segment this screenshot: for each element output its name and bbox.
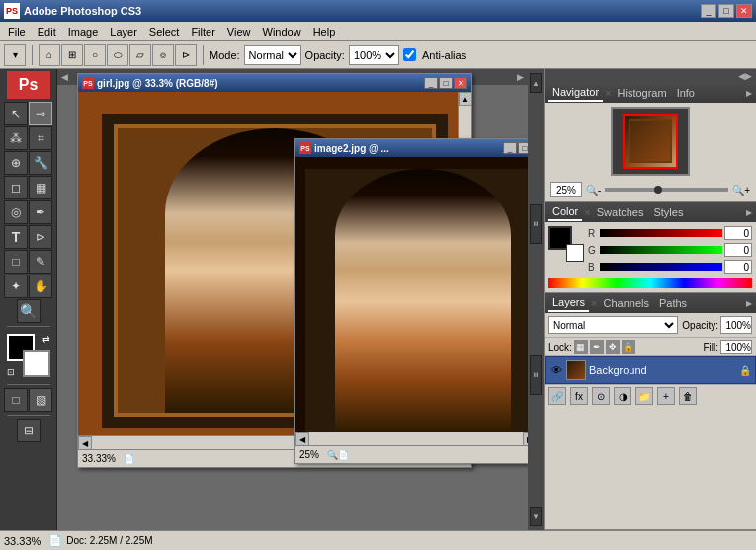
tab-layers[interactable]: Layers (548, 294, 589, 312)
shape-tool[interactable]: □ (4, 250, 28, 274)
nav-slider[interactable] (605, 188, 728, 192)
scroll-right-image2[interactable]: ▶ (523, 432, 528, 445)
layers-menu-arrow[interactable]: ▶ (746, 299, 752, 308)
scrollbar-h-image2[interactable]: ◀ ▶ (295, 432, 528, 445)
type-tool[interactable]: T (4, 225, 28, 249)
color-slider-b[interactable] (600, 263, 722, 271)
brush-polygon-btn[interactable]: ▱ (129, 44, 151, 66)
eyedropper-tool[interactable]: ✦ (4, 275, 28, 298)
lock-transparency-icon[interactable]: ▦ (574, 340, 588, 354)
default-colors-icon[interactable]: ⊡ (7, 367, 15, 377)
notes-tool[interactable]: ✎ (29, 250, 52, 274)
doc-minimize-girl[interactable]: _ (424, 77, 438, 89)
layers-opacity-input[interactable] (720, 316, 752, 334)
menu-image[interactable]: Image (62, 24, 105, 39)
mid-strip-btn-color[interactable]: ≡ (530, 355, 542, 395)
tab-navigator[interactable]: Navigator (548, 84, 603, 102)
dodge-tool[interactable]: ◎ (4, 200, 28, 224)
swap-colors-icon[interactable]: ⇄ (42, 334, 50, 344)
close-button[interactable]: ✕ (736, 4, 752, 18)
zoom-in-icon[interactable]: 🔍+ (732, 185, 750, 196)
mid-strip-arrow-top[interactable]: ▲ (530, 73, 542, 93)
brush-size-btn[interactable]: ⊞ (61, 44, 83, 66)
color-slider-r[interactable] (600, 229, 722, 237)
crop-tool[interactable]: ⌗ (29, 126, 52, 150)
maximize-button[interactable]: □ (718, 4, 734, 18)
brush-tool-btn[interactable]: ⌂ (39, 44, 60, 66)
lock-all-icon[interactable]: 🔒 (622, 340, 635, 354)
layer-adjustment-btn[interactable]: ◑ (614, 387, 631, 405)
color-g-input[interactable] (724, 243, 752, 257)
navigator-preview[interactable] (611, 107, 690, 176)
top-strip-left-arrow[interactable]: ◀ (61, 72, 68, 82)
minimize-button[interactable]: _ (701, 4, 716, 18)
tab-paths[interactable]: Paths (655, 295, 691, 311)
tab-swatches[interactable]: Swatches (593, 204, 648, 220)
menu-edit[interactable]: Edit (32, 24, 62, 39)
lasso-tool[interactable]: ⊸ (29, 102, 52, 125)
color-background-swatch[interactable] (566, 244, 584, 262)
menu-file[interactable]: File (2, 24, 32, 39)
mid-strip-btn-layers[interactable]: ≡ (530, 204, 542, 244)
move-tool[interactable]: ↖ (4, 102, 28, 125)
menu-layer[interactable]: Layer (104, 24, 143, 39)
menu-help[interactable]: Help (307, 24, 342, 39)
tool-preset-picker[interactable]: ▾ (4, 44, 26, 66)
zoom-tool[interactable]: 🔍 (17, 299, 41, 323)
gradient-tool[interactable]: ▦ (29, 176, 52, 199)
pen-tool[interactable]: ✒ (29, 200, 52, 224)
layer-fx-btn[interactable]: fx (570, 387, 588, 405)
clone-stamp-tool[interactable]: 🔧 (29, 151, 52, 175)
lock-paint-icon[interactable]: ✒ (590, 340, 604, 354)
doc-maximize-image2[interactable]: □ (518, 142, 528, 154)
brush-custom-btn[interactable]: ⌾ (152, 44, 174, 66)
background-color[interactable] (23, 350, 50, 377)
tab-styles[interactable]: Styles (649, 204, 687, 220)
path-select-tool[interactable]: ⊳ (29, 225, 52, 249)
tab-info[interactable]: Info (673, 85, 699, 101)
color-spectrum-bar[interactable] (548, 278, 752, 288)
scroll-left-image2[interactable]: ◀ (295, 432, 309, 445)
brush-shape-btn[interactable]: ○ (84, 44, 106, 66)
layer-link-btn[interactable]: 🔗 (548, 387, 566, 405)
quick-mask-btn[interactable]: □ (4, 388, 28, 412)
layers-mode-select[interactable]: Normal (548, 316, 678, 334)
menu-window[interactable]: Window (257, 24, 307, 39)
doc-minimize-image2[interactable]: _ (503, 142, 517, 154)
lock-move-icon[interactable]: ✥ (606, 340, 620, 354)
mid-strip-arrow-bottom[interactable]: ▼ (530, 507, 542, 526)
healing-brush-tool[interactable]: ⊕ (4, 151, 28, 175)
color-r-input[interactable] (724, 226, 752, 240)
opacity-select[interactable]: 100% (349, 45, 399, 65)
menu-select[interactable]: Select (143, 24, 186, 39)
nav-slider-thumb[interactable] (654, 186, 662, 194)
color-b-input[interactable] (724, 260, 752, 274)
brush-ellipse-btn[interactable]: ⬭ (107, 44, 128, 66)
brush-extra-btn[interactable]: ⊳ (175, 44, 197, 66)
scroll-up-girl[interactable]: ▲ (459, 92, 471, 106)
menu-filter[interactable]: Filter (185, 24, 220, 39)
layer-mask-btn[interactable]: ⊙ (592, 387, 610, 405)
nav-zoom-input[interactable] (550, 182, 582, 197)
magic-wand-tool[interactable]: ⁂ (4, 126, 28, 150)
layers-fill-input[interactable] (720, 340, 752, 354)
menu-view[interactable]: View (221, 24, 257, 39)
layer-delete-btn[interactable]: 🗑 (679, 387, 697, 405)
color-menu-arrow[interactable]: ▶ (746, 208, 752, 217)
doc-maximize-girl[interactable]: □ (439, 77, 453, 89)
color-slider-g[interactable] (600, 246, 722, 254)
doc-canvas-image2[interactable]: ▲ ▼ ◀ ▶ (295, 157, 528, 445)
tab-channels[interactable]: Channels (599, 295, 652, 311)
screen-mode-btn[interactable]: ⊟ (17, 419, 41, 442)
scroll-left-girl[interactable]: ◀ (78, 436, 92, 449)
hand-tool[interactable]: ✋ (29, 275, 52, 298)
tab-histogram[interactable]: Histogram (614, 85, 671, 101)
doc-close-girl[interactable]: ✕ (454, 77, 467, 89)
zoom-out-icon[interactable]: 🔍- (586, 185, 601, 196)
layer-eye-icon[interactable]: 👁 (549, 363, 563, 377)
panel-strip-arrows[interactable]: ◀▶ (738, 71, 752, 81)
tab-color[interactable]: Color (548, 203, 582, 221)
quick-mask-mode-btn[interactable]: ▧ (29, 388, 52, 412)
eraser-tool[interactable]: ◻ (4, 176, 28, 199)
layer-group-btn[interactable]: 📁 (635, 387, 653, 405)
